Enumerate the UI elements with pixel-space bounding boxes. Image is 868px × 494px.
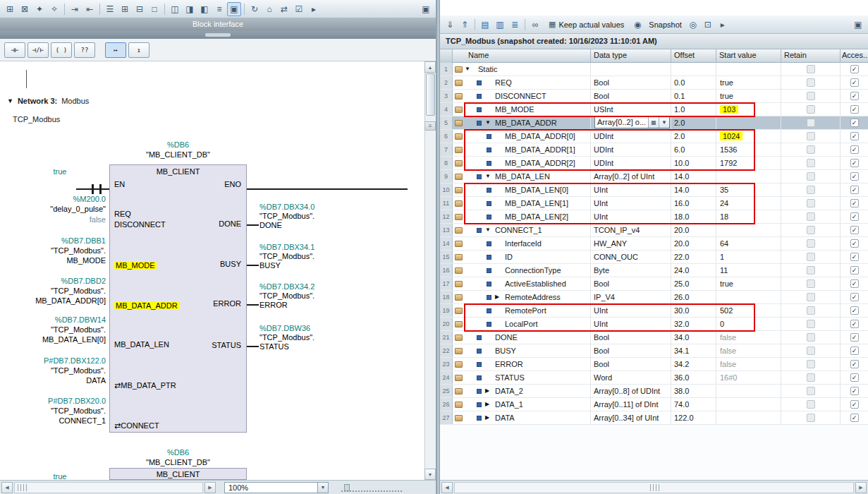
favorites-show-icon[interactable]: ✦ xyxy=(32,2,47,16)
table-row[interactable]: 19RemotePortUInt30.0502✓ xyxy=(440,304,868,318)
empty-box-icon[interactable]: ?? xyxy=(74,42,95,58)
retain-checkbox[interactable] xyxy=(807,306,815,315)
chevron-right-icon[interactable]: ▶ xyxy=(495,291,499,303)
data-type-editor[interactable]: Array[0..2] o...▦▼ xyxy=(594,116,670,128)
syntax-check-icon[interactable]: ☑ xyxy=(292,2,306,16)
expand-all-networks-icon[interactable]: ⊞ xyxy=(118,2,132,16)
table-row[interactable]: 4MB_MODEUSInt1.0103✓ xyxy=(440,103,868,116)
start-value-cell[interactable]: true xyxy=(716,76,781,89)
accessible-checkbox[interactable]: ✓ xyxy=(850,387,859,395)
data-type-cell[interactable]: UInt xyxy=(591,183,671,196)
table-row[interactable]: 17ActiveEstablishedBool25.0true✓ xyxy=(440,277,868,291)
chevron-down-icon[interactable]: ▼ xyxy=(485,116,491,129)
accessible-checkbox[interactable]: ✓ xyxy=(850,78,859,87)
accessible-checkbox[interactable]: ✓ xyxy=(850,373,859,382)
delete-network-icon[interactable]: ⊠ xyxy=(18,2,32,16)
start-value-cell[interactable]: 11 xyxy=(716,264,781,277)
name-cell[interactable]: ▼Static xyxy=(453,63,591,76)
data-type-cell[interactable]: UInt xyxy=(591,318,671,330)
data-type-cell[interactable]: CONN_OUC xyxy=(591,251,671,263)
network-comment[interactable]: TCP_Modbus xyxy=(13,115,60,124)
name-cell[interactable]: RemotePort xyxy=(453,304,591,317)
start-value-cell[interactable] xyxy=(716,170,781,183)
input-pin-req[interactable]: REQ xyxy=(114,210,131,218)
load-start-values-icon[interactable]: ⊡ xyxy=(701,18,715,32)
data-type-cell[interactable]: UDInt xyxy=(591,143,671,156)
db-horizontal-scrollbar[interactable] xyxy=(454,482,854,493)
data-type-cell[interactable]: IP_V4 xyxy=(591,291,671,303)
contact-no-icon[interactable]: ⊣⊢ xyxy=(4,42,25,58)
table-row[interactable]: 24STATUSWord36.016#0✓ xyxy=(440,371,868,385)
table-row[interactable]: 10MB_DATA_LEN[0]UInt14.035✓ xyxy=(440,183,868,197)
retain-checkbox[interactable] xyxy=(807,347,815,355)
db-scroll-left-icon[interactable]: ◀ xyxy=(441,482,453,493)
table-row[interactable]: 23ERRORBool34.2false✓ xyxy=(440,358,868,371)
data-type-cell[interactable]: Array[0..34] of UInt xyxy=(591,411,671,424)
retain-checkbox[interactable] xyxy=(807,360,815,368)
column-header[interactable]: Data type xyxy=(591,49,671,63)
retain-checkbox[interactable] xyxy=(807,145,815,154)
table-row[interactable]: 8MB_DATA_ADDR[2]UDInt10.01792✓ xyxy=(440,157,868,170)
column-header[interactable]: Acces... xyxy=(841,49,868,63)
accessible-checkbox[interactable]: ✓ xyxy=(850,172,859,181)
accessible-checkbox[interactable]: ✓ xyxy=(850,199,859,207)
retain-checkbox[interactable] xyxy=(807,387,815,395)
start-value-cell[interactable] xyxy=(716,385,781,397)
accessible-checkbox[interactable]: ✓ xyxy=(850,239,859,248)
start-value-cell[interactable]: false xyxy=(716,344,781,357)
name-cell[interactable]: ▶RemoteAddress xyxy=(453,291,591,303)
column-header[interactable]: Start value xyxy=(716,49,781,63)
name-cell[interactable]: ▶DATA_1 xyxy=(453,398,591,411)
name-cell[interactable]: MB_MODE xyxy=(453,103,591,116)
upload-snapshot-icon[interactable]: ⇑ xyxy=(458,18,472,32)
network-header[interactable]: ▼ Network 3: Modbus xyxy=(7,97,89,105)
output-pin-busy[interactable]: BUSY xyxy=(109,260,241,268)
data-type-cell[interactable]: Bool xyxy=(591,76,671,89)
accessible-checkbox[interactable]: ✓ xyxy=(850,119,859,127)
chevron-right-icon[interactable]: ▶ xyxy=(485,385,489,397)
table-row[interactable]: 9▼MB_DATA_LENArray[0..2] of UInt14.0✓ xyxy=(440,170,868,183)
zoom-select[interactable]: 100% ▼ xyxy=(224,482,329,493)
data-type-cell[interactable]: Byte xyxy=(591,264,671,277)
zoom-slider-handle[interactable] xyxy=(344,484,350,491)
call-structure-icon[interactable]: ⌂ xyxy=(262,2,276,16)
data-type-cell[interactable]: HW_ANY xyxy=(591,237,671,250)
accessible-checkbox[interactable]: ✓ xyxy=(850,360,859,368)
retain-checkbox[interactable] xyxy=(807,212,815,221)
name-cell[interactable]: ▶DATA xyxy=(453,411,591,424)
block-interface-splitter[interactable]: Block interface xyxy=(0,18,436,31)
network-editor-canvas[interactable]: ▼ Network 3: Modbus TCP_Modbus %DB6"MB_C… xyxy=(0,61,436,480)
start-value-cell[interactable] xyxy=(716,63,781,76)
data-type-cell[interactable]: Array[0..11] of DInt xyxy=(591,398,671,411)
accessible-checkbox[interactable]: ✓ xyxy=(850,186,859,194)
start-value-cell[interactable]: false xyxy=(716,331,781,344)
name-cell[interactable]: MB_DATA_LEN[0] xyxy=(453,183,591,196)
start-value-cell[interactable]: 16#0 xyxy=(716,371,781,384)
retain-checkbox[interactable] xyxy=(807,105,815,114)
accessible-checkbox[interactable]: ✓ xyxy=(850,347,859,355)
retain-checkbox[interactable] xyxy=(807,400,815,409)
data-type-cell[interactable]: Bool xyxy=(591,331,671,344)
data-type-cell[interactable]: Bool xyxy=(591,358,671,370)
table-row[interactable]: 13▼CONNECT_1TCON_IP_v420.0✓ xyxy=(440,224,868,237)
chevron-down-icon[interactable]: ▼ xyxy=(485,224,491,236)
accessible-checkbox[interactable]: ✓ xyxy=(850,226,859,234)
chevron-down-icon[interactable]: ▼ xyxy=(465,63,470,76)
name-cell[interactable]: MB_DATA_ADDR[0] xyxy=(453,130,591,143)
snapshot-camera-icon[interactable]: ◉ xyxy=(630,18,644,32)
add-row-below-icon[interactable]: ⇤ xyxy=(82,2,97,16)
table-row[interactable]: 22BUSYBool34.1false✓ xyxy=(440,344,868,358)
name-cell[interactable]: ▼MB_DATA_LEN xyxy=(453,170,591,183)
retain-checkbox[interactable] xyxy=(807,159,815,167)
data-type-cell[interactable]: UInt xyxy=(591,210,671,223)
scroll-right-icon[interactable]: ▶ xyxy=(204,482,216,493)
start-value-cell[interactable]: 1 xyxy=(716,251,781,263)
retain-checkbox[interactable] xyxy=(807,226,815,234)
accessible-checkbox[interactable]: ✓ xyxy=(850,333,859,342)
copy-snapshot-to-start-icon[interactable]: ◎ xyxy=(686,18,700,32)
table-row[interactable]: 12MB_DATA_LEN[2]UInt18.018✓ xyxy=(440,210,868,224)
output-pin-status[interactable]: STATUS xyxy=(109,341,241,349)
name-cell[interactable]: InterfaceId xyxy=(453,237,591,250)
table-row[interactable]: 26▶DATA_1Array[0..11] of DInt74.0✓ xyxy=(440,398,868,411)
retain-checkbox[interactable] xyxy=(807,186,815,194)
